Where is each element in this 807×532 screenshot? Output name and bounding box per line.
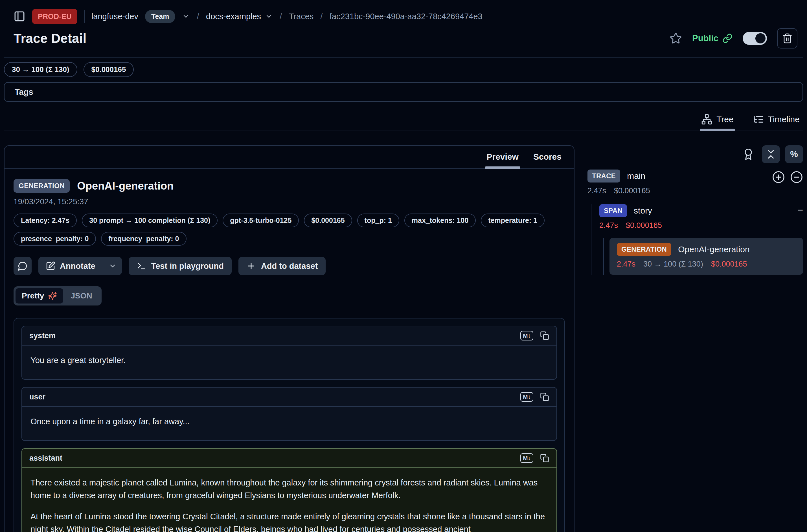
span-type-badge: SPAN — [599, 204, 627, 217]
model-pill: gpt-3.5-turbo-0125 — [223, 213, 299, 227]
frequency-penalty-pill: frequency_penalty: 0 — [101, 232, 186, 246]
span-node-head: SPAN story — [599, 204, 662, 217]
message-role: system — [29, 331, 56, 340]
format-pretty-label: Pretty — [22, 291, 44, 300]
tab-tree[interactable]: Tree — [700, 111, 735, 131]
collapse-all-button[interactable] — [762, 145, 780, 163]
message-paragraph: You are a great storyteller. — [31, 354, 548, 367]
breadcrumb-divider — [84, 10, 85, 23]
message-role: assistant — [29, 454, 62, 462]
trace-latency: 2.47s — [587, 187, 606, 195]
test-in-playground-button[interactable]: Test in playground — [129, 257, 232, 275]
delete-trace-button[interactable] — [777, 28, 797, 49]
annotate-label: Annotate — [60, 262, 95, 271]
copy-button[interactable] — [540, 331, 549, 340]
breadcrumb-project[interactable]: docs-examples — [206, 12, 273, 21]
observation-name: OpenAI-generation — [77, 180, 173, 192]
favorite-star-icon[interactable] — [670, 32, 682, 44]
tags-field[interactable]: Tags — [4, 82, 803, 102]
tree-node-generation-selected[interactable]: GENERATION OpenAI-generation 2.47s 30 → … — [609, 238, 803, 275]
message-header: system M↓ — [22, 326, 557, 345]
observation-type-badge: GENERATION — [14, 179, 70, 193]
span-children: GENERATION OpenAI-generation 2.47s 30 → … — [603, 238, 803, 275]
tags-label: Tags — [15, 88, 33, 97]
span-latency: 2.47s — [599, 221, 618, 230]
markdown-toggle-icon[interactable]: M↓ — [520, 331, 533, 340]
tab-timeline[interactable]: Timeline — [752, 111, 801, 131]
generation-usage: 30 → 100 (Σ 130) — [643, 260, 703, 268]
annotate-button[interactable]: Annotate — [38, 257, 103, 275]
plus-icon — [246, 261, 256, 271]
generation-latency: 2.47s — [617, 260, 635, 268]
collapse-node-button[interactable]: − — [798, 204, 803, 215]
trace-node-head: TRACE main — [587, 170, 650, 183]
panel-body: GENERATION OpenAI-generation 19/03/2024,… — [4, 169, 574, 532]
markdown-toggle-icon[interactable]: M↓ — [520, 453, 533, 463]
tab-scores[interactable]: Scores — [526, 146, 569, 168]
generation-cost: $0.000165 — [711, 260, 747, 268]
messages-container: system M↓ You are a great storyteller. — [14, 318, 565, 532]
trace-detail-page: PROD-EU langfuse-dev Team / docs-example… — [0, 0, 807, 532]
breadcrumb-traces[interactable]: Traces — [289, 12, 314, 21]
trace-metrics: 2.47s $0.000165 — [587, 187, 650, 195]
public-link[interactable]: Public — [692, 33, 732, 43]
message-tools: M↓ — [520, 453, 549, 463]
message-tools: M↓ — [520, 331, 549, 340]
cost-pill: $0.000165 — [83, 62, 134, 77]
tree-node-trace[interactable]: TRACE main 2.47s $0.000165 — [587, 170, 803, 195]
message-paragraph: Once upon a time in a galaxy far, far aw… — [31, 415, 548, 428]
tab-preview[interactable]: Preview — [480, 146, 526, 168]
tab-tree-label: Tree — [716, 115, 734, 124]
view-tabs: Tree Timeline — [4, 111, 803, 131]
observation-timestamp: 19/03/2024, 15:25:37 — [14, 197, 565, 206]
span-metrics: 2.47s $0.000165 — [599, 221, 662, 230]
trace-name: main — [627, 171, 645, 181]
copy-button[interactable] — [540, 392, 549, 401]
fold-vertical-icon — [765, 149, 776, 160]
content-row: Preview Scores GENERATION OpenAI-generat… — [4, 145, 803, 532]
toggle-knob — [755, 33, 766, 43]
breadcrumb-project-label: docs-examples — [206, 12, 261, 21]
copy-icon — [540, 454, 549, 462]
tree-node-span[interactable]: SPAN story 2.47s $0.000165 − — [599, 204, 803, 230]
tab-scores-label: Scores — [533, 152, 562, 162]
org-chevron-down-icon[interactable] — [182, 13, 190, 20]
format-pretty-option[interactable]: Pretty — [16, 288, 63, 304]
message-tools: M↓ — [520, 392, 549, 402]
org-role-badge[interactable]: Team — [145, 10, 175, 23]
circle-plus-icon[interactable] — [772, 171, 785, 184]
tab-timeline-label: Timeline — [768, 115, 800, 124]
copy-icon — [540, 392, 549, 401]
public-toggle[interactable] — [743, 32, 767, 45]
copy-icon — [540, 331, 549, 340]
message-card-user: user M↓ Once upon a time in a galaxy far… — [21, 387, 557, 441]
circle-minus-icon[interactable] — [790, 171, 803, 184]
generation-name: OpenAI-generation — [678, 245, 750, 254]
sidebar-toggle-icon[interactable] — [14, 11, 25, 22]
format-json-option[interactable]: JSON — [63, 288, 99, 304]
tab-preview-label: Preview — [487, 152, 519, 162]
add-to-dataset-button[interactable]: Add to dataset — [239, 257, 326, 275]
breadcrumb-separator: / — [197, 11, 199, 21]
actions-row: Annotate Test in playground Add to data — [14, 257, 565, 275]
breadcrumb: PROD-EU langfuse-dev Team / docs-example… — [4, 4, 803, 25]
observation-params: Latency: 2.47s 30 prompt → 100 completio… — [14, 213, 565, 246]
toggle-metrics-button[interactable]: % — [785, 145, 803, 163]
terminal-icon — [136, 261, 146, 271]
scores-award-icon[interactable] — [742, 145, 754, 163]
message-paragraph: There existed a majestic planet called L… — [31, 476, 548, 502]
copy-button[interactable] — [540, 454, 549, 462]
breadcrumb-organization[interactable]: langfuse-dev — [91, 12, 138, 21]
cost-pill: $0.000165 — [304, 213, 352, 227]
trace-tree-panel: % TRACE main 2.47s $0.000165 — [587, 145, 803, 275]
project-chevron-down-icon — [265, 13, 273, 20]
public-label: Public — [692, 33, 718, 43]
token-usage-pill: 30 prompt → 100 completion (Σ 130) — [82, 213, 218, 227]
environment-badge[interactable]: PROD-EU — [32, 9, 77, 24]
generation-node-head: GENERATION OpenAI-generation — [617, 243, 796, 256]
markdown-toggle-icon[interactable]: M↓ — [520, 392, 533, 402]
annotate-dropdown-button[interactable] — [103, 257, 122, 275]
breadcrumb-trace-id: fac231bc-90ee-490a-aa32-78c4269474e3 — [330, 12, 483, 21]
sparkles-icon — [48, 291, 57, 300]
comment-button[interactable] — [14, 257, 32, 275]
